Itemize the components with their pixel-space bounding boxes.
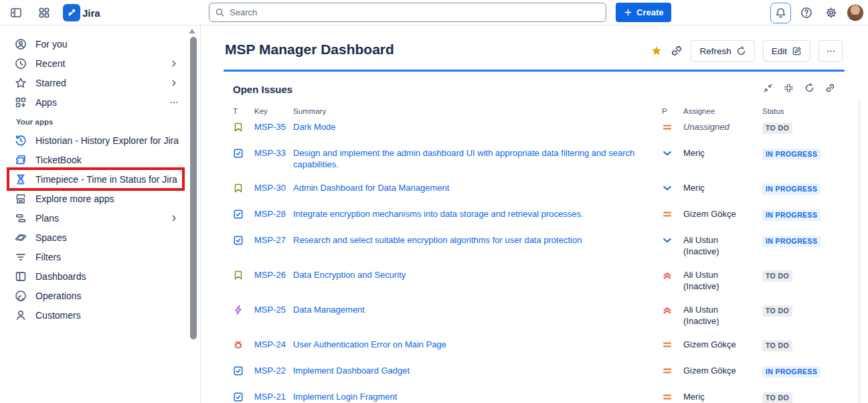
column-type: T — [233, 107, 250, 115]
status-badge: IN PROGRESS — [762, 210, 820, 221]
issue-key-link[interactable]: MSP-21 — [254, 391, 289, 402]
issue-key-link[interactable]: MSP-27 — [254, 234, 289, 246]
minimize-icon[interactable] — [763, 83, 773, 96]
priority-low-icon — [662, 147, 679, 161]
issue-summary-link[interactable]: Research and select suitable encryption … — [293, 234, 658, 246]
assignee: Meriç — [683, 391, 758, 402]
status-badge: TO DO — [762, 123, 792, 134]
contract-icon[interactable] — [784, 83, 794, 96]
copy-link-icon[interactable] — [671, 45, 683, 57]
table-row: MSP-22 Implement Dashboard Gadget Gizem … — [224, 359, 845, 385]
user-avatar[interactable] — [847, 4, 864, 21]
settings-gear-icon[interactable] — [822, 3, 841, 22]
sidebar-item-starred[interactable]: Starred — [0, 73, 200, 92]
priority-low-icon — [662, 234, 679, 248]
task-icon — [233, 391, 250, 403]
jira-home-link[interactable]: Jira — [63, 4, 100, 21]
issue-key-link[interactable]: MSP-30 — [254, 182, 289, 193]
column-summary: Summary — [293, 107, 658, 115]
table-row: MSP-21 Implement Login Fragment Meriç TO… — [224, 385, 845, 403]
chevron-right-icon[interactable] — [169, 214, 179, 223]
sidebar-item-operations[interactable]: Operations — [0, 286, 200, 305]
sidebar-item-apps[interactable]: Apps — [0, 92, 200, 112]
operations-spiral-icon — [15, 290, 27, 302]
issue-summary-link[interactable]: Data Management — [293, 304, 658, 315]
sidebar-app-historian[interactable]: Historian - History Explorer for Jira — [0, 131, 200, 150]
issue-summary-link[interactable]: Implement Dashboard Gadget — [293, 365, 658, 376]
table-row: MSP-28 Integrate encryption mechanisms i… — [224, 202, 845, 228]
more-options-icon[interactable] — [169, 98, 179, 107]
table-row: MSP-27 Research and select suitable encr… — [224, 228, 845, 263]
dashboards-icon — [15, 270, 27, 283]
search-icon — [215, 7, 225, 17]
issue-key-link[interactable]: MSP-26 — [254, 269, 289, 280]
sidebar-app-timepiece[interactable]: Timepiece - Time in Status for Jira — [0, 169, 200, 189]
edit-button[interactable]: Edit — [763, 40, 810, 62]
status-badge: IN PROGRESS — [762, 236, 820, 247]
sidebar: For you Recent Starred Apps Your apps Hi… — [0, 25, 201, 403]
refresh-icon — [736, 46, 746, 56]
column-assignee: Assignee — [683, 107, 758, 115]
sidebar-item-plans[interactable]: Plans — [0, 208, 200, 228]
priority-medium-icon — [662, 391, 679, 403]
plans-icon — [15, 212, 27, 224]
star-icon — [15, 77, 27, 89]
app-switcher-icon[interactable] — [35, 3, 54, 22]
sidebar-app-ticketbook[interactable]: TicketBook — [0, 150, 200, 169]
help-icon[interactable] — [797, 3, 816, 22]
priority-medium-icon — [662, 121, 679, 135]
sidebar-item-spaces[interactable]: Spaces — [0, 228, 200, 247]
issue-key-link[interactable]: MSP-33 — [254, 147, 289, 159]
issue-summary-link[interactable]: Data Encryption and Security — [293, 269, 658, 280]
issue-summary-link[interactable]: User Authentication Error on Main Page — [293, 339, 658, 350]
issue-key-link[interactable]: MSP-22 — [254, 365, 289, 376]
sidebar-item-filters[interactable]: Filters — [0, 247, 200, 266]
sidebar-item-explore-more-apps[interactable]: Explore more apps — [0, 189, 200, 208]
priority-high-icon — [662, 304, 679, 318]
sidebar-item-for-you[interactable]: For you — [0, 34, 200, 54]
collapse-sidebar-icon[interactable] — [7, 3, 25, 22]
search-input[interactable] — [230, 7, 600, 17]
sidebar-item-customers[interactable]: Customers — [0, 305, 200, 325]
issue-key-link[interactable]: MSP-25 — [254, 304, 289, 315]
issue-key-link[interactable]: MSP-35 — [254, 121, 289, 133]
notifications-bell-icon[interactable] — [770, 3, 791, 23]
assignee: Gizem Gökçe — [683, 365, 758, 376]
sidebar-item-dashboards[interactable]: Dashboards — [0, 266, 200, 286]
status-badge: TO DO — [762, 392, 792, 403]
priority-low-icon — [662, 182, 679, 196]
chevron-right-icon[interactable] — [169, 59, 179, 68]
column-key: Key — [254, 107, 289, 115]
table-row: MSP-35 Dark Mode Unassigned TO DO — [224, 115, 845, 141]
issue-summary-link[interactable]: Integrate encryption mechanisms into dat… — [293, 208, 658, 220]
refresh-gadget-icon[interactable] — [804, 83, 814, 96]
issue-summary-link[interactable]: Implement Login Fragment — [293, 391, 658, 402]
storefront-icon — [15, 193, 27, 205]
issues-table: MSP-35 Dark Mode Unassigned TO DO MSP-33… — [224, 115, 845, 403]
content-scrollbar-track[interactable] — [859, 99, 860, 403]
page-title: MSP Manager Dashboard — [225, 42, 394, 58]
edit-pencil-icon — [792, 46, 802, 56]
issue-summary-link[interactable]: Admin Dashboard for Data Management — [293, 182, 658, 193]
scrollbar-up-arrow[interactable] — [189, 29, 195, 33]
sidebar-scrollbar[interactable] — [190, 37, 197, 339]
create-button[interactable]: Create — [616, 3, 671, 22]
chevron-right-icon[interactable] — [169, 78, 179, 88]
hourglass-icon — [15, 173, 27, 185]
more-actions-button[interactable] — [818, 40, 843, 62]
issue-summary-link[interactable]: Dark Mode — [293, 121, 658, 133]
priority-medium-icon — [662, 339, 679, 353]
assignee: Meriç — [683, 147, 758, 159]
issue-key-link[interactable]: MSP-28 — [254, 208, 289, 220]
issue-summary-link[interactable]: Design and implement the admin dashboard… — [293, 147, 658, 170]
global-search[interactable] — [209, 3, 606, 22]
issue-key-link[interactable]: MSP-24 — [254, 339, 289, 350]
person-icon — [15, 309, 27, 321]
sidebar-item-recent[interactable]: Recent — [0, 54, 200, 73]
column-priority: P — [662, 107, 679, 115]
gadget-title: Open Issues — [233, 84, 292, 95]
favorite-star-icon[interactable] — [650, 45, 663, 57]
gadget-link-icon[interactable] — [825, 83, 835, 96]
refresh-button[interactable]: Refresh — [691, 40, 754, 62]
planet-icon — [15, 232, 27, 244]
